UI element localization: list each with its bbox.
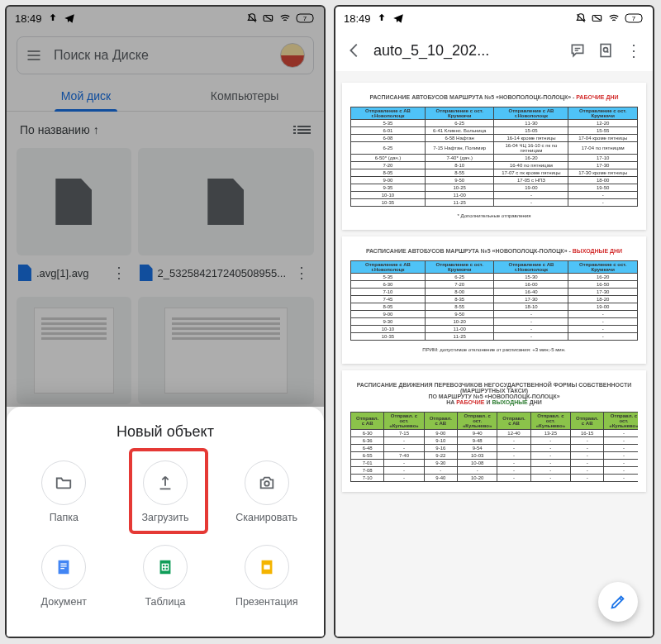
file-more-icon[interactable]: ⋮ xyxy=(291,264,312,282)
document-title: auto_5_10_202... xyxy=(373,42,559,60)
upload-status-icon xyxy=(47,12,59,24)
sheet-title: Новый объект xyxy=(13,423,317,441)
file-type-icon xyxy=(18,265,31,281)
pdf-scroll-view[interactable]: РАСПИСАНИЕ АВТОБУСОВ МАРШРУТА №5 «НОВОПО… xyxy=(335,71,653,637)
telegram-status-icon xyxy=(392,12,404,24)
telegram-status-icon xyxy=(64,12,75,24)
phone-pdf-viewer: 18:49 7 auto_5_10_202... ⋮ РАСПИСАНИЕ АВ… xyxy=(334,5,654,638)
upload-status-icon xyxy=(376,12,388,24)
wifi-icon xyxy=(608,12,620,24)
sort-row: По названию ↑ xyxy=(7,112,324,148)
action-scan[interactable]: Сканировать xyxy=(216,456,317,528)
status-bar: 18:49 7 xyxy=(7,7,324,30)
signal-icon xyxy=(592,12,603,24)
svg-rect-5 xyxy=(61,563,67,564)
back-icon[interactable] xyxy=(345,41,364,60)
status-time: 18:49 xyxy=(344,12,371,25)
comment-icon[interactable] xyxy=(568,41,587,60)
action-upload[interactable]: Загрузить xyxy=(115,456,216,528)
svg-rect-4 xyxy=(59,561,69,575)
svg-rect-15 xyxy=(601,45,611,57)
schedule-table-workdays: Отправление с АВ г.НовополоцкОтправление… xyxy=(350,107,638,207)
file-card[interactable] xyxy=(17,297,131,404)
edit-fab[interactable] xyxy=(598,582,638,622)
action-document[interactable]: Документ xyxy=(13,540,115,613)
signal-icon xyxy=(263,12,274,24)
action-slides[interactable]: Презентация xyxy=(216,540,317,613)
view-toggle-icon[interactable] xyxy=(297,126,311,134)
search-in-doc-icon[interactable] xyxy=(597,41,615,60)
sort-button[interactable]: По названию ↑ xyxy=(20,123,99,136)
pdf-page: РАСПИСАНИЕ АВТОБУСОВ МАРШРУТА №5 «НОВОПО… xyxy=(342,236,646,364)
file-more-icon[interactable]: ⋮ xyxy=(108,264,130,282)
phone-drive: 18:49 7 Поиск на Диске Мой диск xyxy=(5,5,326,638)
tab-my-disk[interactable]: Мой диск xyxy=(7,81,165,111)
file-card[interactable]: 2_532584217240508955... ⋮ xyxy=(138,148,314,290)
action-sheet[interactable]: Таблица xyxy=(115,540,216,613)
pdf-page: РАСПИСАНИЕ АВТОБУСОВ МАРШРУТА №5 «НОВОПО… xyxy=(342,83,646,230)
file-type-icon xyxy=(140,265,153,281)
battery-icon: 7 xyxy=(296,13,316,23)
pencil-icon xyxy=(609,593,627,611)
file-thumbnail-icon xyxy=(55,179,92,225)
docs-icon xyxy=(55,558,73,576)
svg-rect-11 xyxy=(264,565,269,570)
schedule-table-weekend: Отправление с АВ г.НовополоцкОтправление… xyxy=(350,260,638,341)
status-time: 18:49 xyxy=(15,12,42,25)
svg-text:7: 7 xyxy=(632,15,636,22)
drive-search-bar[interactable]: Поиск на Диске xyxy=(17,36,314,74)
svg-point-3 xyxy=(264,481,269,486)
file-name: .avg[1].avg xyxy=(36,267,103,279)
mute-icon xyxy=(246,12,258,24)
action-folder[interactable]: Папка xyxy=(13,456,115,528)
account-avatar[interactable] xyxy=(280,43,305,68)
viewer-toolbar: auto_5_10_202... ⋮ xyxy=(335,30,653,71)
new-object-sheet: Новый объект Папка Загрузить Сканировать… xyxy=(7,407,324,637)
file-card[interactable] xyxy=(138,297,314,404)
schedule-table-taxi: Отправл. с АВОтправл. с ост. «Кульнево»О… xyxy=(350,412,638,482)
file-card[interactable]: .avg[1].avg ⋮ xyxy=(17,148,131,290)
pdf-page: РАСПИСАНИЕ ДВИЖЕНИЯ ПЕРЕВОЗЧИКОВ НЕГОСУД… xyxy=(342,370,646,492)
battery-icon: 7 xyxy=(625,13,644,23)
hamburger-icon[interactable] xyxy=(26,47,42,64)
status-bar: 18:49 7 xyxy=(335,7,653,30)
folder-icon xyxy=(55,474,73,492)
file-name: 2_532584217240508955... xyxy=(158,267,286,279)
upload-icon xyxy=(156,474,174,492)
svg-text:7: 7 xyxy=(303,15,307,22)
sheets-icon xyxy=(156,558,174,576)
file-thumbnail-icon xyxy=(207,179,244,225)
tab-computers[interactable]: Компьютеры xyxy=(165,81,324,111)
search-placeholder: Поиск на Диске xyxy=(54,48,269,63)
mute-icon xyxy=(575,12,587,24)
slides-icon xyxy=(258,558,276,576)
svg-rect-7 xyxy=(61,568,65,569)
svg-rect-6 xyxy=(61,565,67,566)
drive-tabs: Мой диск Компьютеры xyxy=(7,81,324,112)
wifi-icon xyxy=(279,12,291,24)
camera-icon xyxy=(258,474,276,492)
more-icon[interactable]: ⋮ xyxy=(625,41,643,60)
